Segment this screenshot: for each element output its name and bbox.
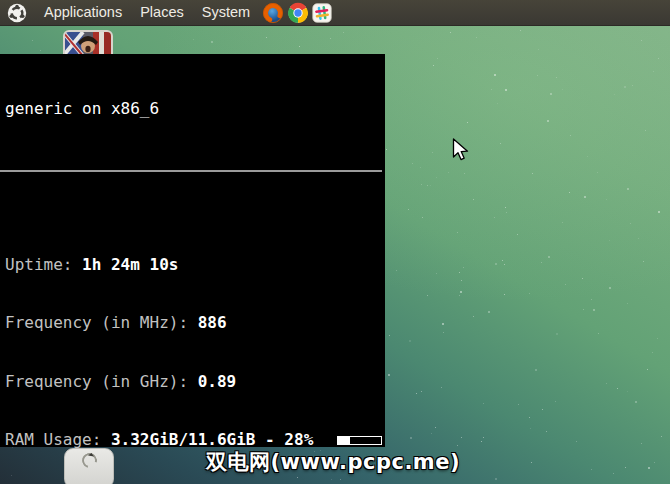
stat-uptime: Uptime: 1h 24m 10s [5, 255, 382, 274]
stat-ram: RAM Usage: 3.32GiB/11.6GiB - 28% [5, 430, 382, 449]
ram-usage-bar [337, 436, 382, 445]
stat-freq-mhz: Frequency (in MHz): 886 [5, 313, 382, 332]
separator [0, 170, 382, 172]
firefox-icon[interactable] [262, 2, 284, 24]
conky-system-monitor: generic on x86_6 Uptime: 1h 24m 10s Freq… [0, 54, 385, 447]
menubar-tray [262, 2, 332, 24]
top-menu-bar: Applications Places System [0, 0, 670, 26]
ubuntu-logo-icon[interactable] [7, 3, 27, 23]
mouse-cursor [452, 138, 470, 164]
desktop-background: Applications Places System [0, 0, 670, 484]
watermark-text: 双电网(www.pcpc.me) [206, 448, 460, 476]
menu-system[interactable]: System [193, 0, 259, 25]
menu-applications[interactable]: Applications [35, 0, 131, 25]
menu-places[interactable]: Places [131, 0, 193, 25]
slack-icon[interactable] [312, 3, 332, 23]
chrome-icon[interactable] [287, 2, 309, 24]
stat-freq-ghz: Frequency (in GHz): 0.89 [5, 372, 382, 391]
conky-hostname: generic on x86_6 [5, 99, 382, 119]
